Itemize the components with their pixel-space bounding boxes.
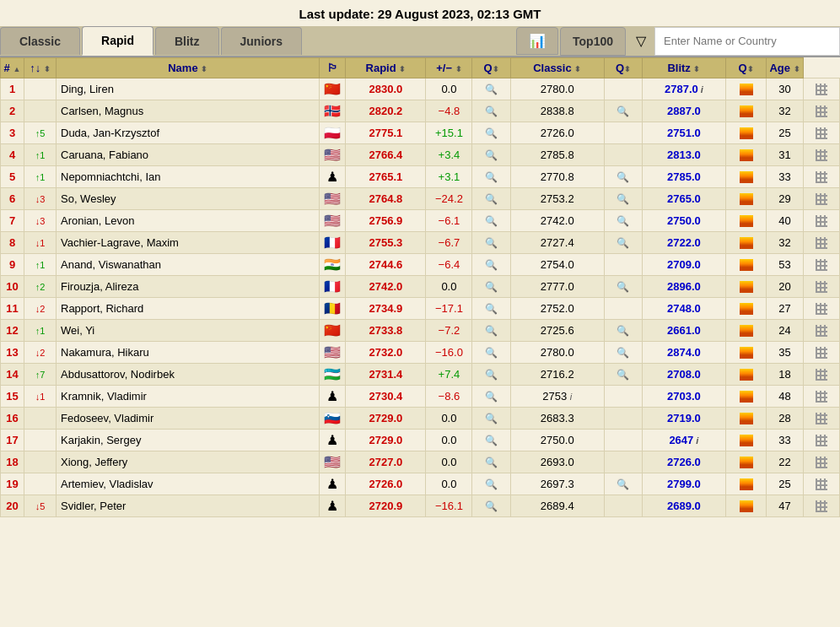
chart-tab-icon[interactable]: 📊 bbox=[516, 27, 558, 55]
cell-q1[interactable]: 🔍 bbox=[472, 408, 510, 430]
cell-q3[interactable] bbox=[725, 122, 767, 144]
update-text: Last update: 29 August 2023, 02:13 GMT bbox=[299, 7, 541, 21]
cell-q2[interactable] bbox=[604, 495, 642, 517]
cell-classic: 2777.0 bbox=[510, 276, 604, 298]
cell-plusminus: −8.6 bbox=[426, 386, 472, 408]
cell-q2[interactable] bbox=[604, 451, 642, 473]
cell-q1[interactable]: 🔍 bbox=[472, 430, 510, 451]
cell-q1[interactable]: 🔍 bbox=[472, 254, 510, 276]
cell-q3[interactable] bbox=[725, 166, 767, 188]
cell-q3[interactable] bbox=[725, 276, 767, 298]
cell-q1[interactable]: 🔍 bbox=[472, 342, 510, 364]
cell-q2[interactable] bbox=[604, 254, 642, 276]
cell-q3[interactable] bbox=[725, 430, 767, 451]
cell-name: Carlsen, Magnus bbox=[57, 100, 320, 122]
tab-juniors[interactable]: Juniors bbox=[221, 27, 303, 55]
cell-blitz: 2748.0 bbox=[643, 298, 726, 320]
cell-q2[interactable] bbox=[604, 386, 642, 408]
col-q3: Q⬍ bbox=[725, 58, 767, 78]
cell-q2[interactable] bbox=[604, 408, 642, 430]
cell-q3[interactable] bbox=[725, 144, 767, 166]
cell-q1[interactable]: 🔍 bbox=[472, 166, 510, 188]
cell-q2[interactable] bbox=[604, 430, 642, 451]
cell-age: 20 bbox=[767, 276, 803, 298]
cell-plusminus: +3.1 bbox=[426, 166, 472, 188]
col-plusminus: +/− ⬍ bbox=[426, 58, 472, 78]
tab-blitz[interactable]: Blitz bbox=[155, 27, 219, 55]
cell-q1[interactable]: 🔍 bbox=[472, 100, 510, 122]
cell-q1[interactable]: 🔍 bbox=[472, 451, 510, 473]
cell-q2[interactable]: 🔍 bbox=[604, 188, 642, 210]
filter-icon[interactable]: ▽ bbox=[627, 28, 654, 54]
cell-q2[interactable] bbox=[604, 144, 642, 166]
search-input[interactable] bbox=[654, 27, 840, 56]
cell-q3[interactable] bbox=[725, 210, 767, 232]
col-flag: 🏳 bbox=[320, 58, 346, 78]
cell-q3[interactable] bbox=[725, 495, 767, 517]
cell-q2[interactable]: 🔍 bbox=[604, 320, 642, 342]
cell-q1[interactable]: 🔍 bbox=[472, 495, 510, 517]
cell-q1[interactable]: 🔍 bbox=[472, 188, 510, 210]
cell-q2[interactable]: 🔍 bbox=[604, 232, 642, 254]
cell-q3[interactable] bbox=[725, 408, 767, 430]
cell-q1[interactable]: 🔍 bbox=[472, 473, 510, 495]
cell-name: Fedoseev, Vladimir bbox=[57, 408, 320, 430]
cell-q1[interactable]: 🔍 bbox=[472, 210, 510, 232]
cell-rapid: 2734.9 bbox=[346, 298, 426, 320]
cell-q2[interactable]: 🔍 bbox=[604, 473, 642, 495]
cell-q2[interactable]: 🔍 bbox=[604, 364, 642, 386]
cell-q2[interactable]: 🔍 bbox=[604, 166, 642, 188]
cell-q3[interactable] bbox=[725, 451, 767, 473]
cell-q2[interactable]: 🔍 bbox=[604, 276, 642, 298]
tab-rapid[interactable]: Rapid bbox=[82, 26, 153, 56]
cell-blitz: 2813.0 bbox=[643, 144, 726, 166]
cell-q1[interactable]: 🔍 bbox=[472, 298, 510, 320]
cell-plusminus: 0.0 bbox=[426, 276, 472, 298]
col-classic: Classic ⬍ bbox=[510, 58, 604, 78]
cell-q3[interactable] bbox=[725, 473, 767, 495]
cell-q1[interactable]: 🔍 bbox=[472, 122, 510, 144]
cell-grid bbox=[803, 122, 839, 144]
cell-grid bbox=[803, 298, 839, 320]
cell-grid bbox=[803, 188, 839, 210]
cell-q3[interactable] bbox=[725, 386, 767, 408]
cell-grid bbox=[803, 495, 839, 517]
cell-q1[interactable]: 🔍 bbox=[472, 386, 510, 408]
cell-q3[interactable] bbox=[725, 254, 767, 276]
cell-q3[interactable] bbox=[725, 320, 767, 342]
cell-q2[interactable] bbox=[604, 122, 642, 144]
cell-classic: 2697.3 bbox=[510, 473, 604, 495]
cell-rank: 10 bbox=[1, 276, 24, 298]
cell-q2[interactable]: 🔍 bbox=[604, 100, 642, 122]
cell-q3[interactable] bbox=[725, 78, 767, 100]
cell-plusminus: +15.1 bbox=[426, 122, 472, 144]
cell-q2[interactable]: 🔍 bbox=[604, 210, 642, 232]
cell-q2[interactable] bbox=[604, 298, 642, 320]
cell-q1[interactable]: 🔍 bbox=[472, 232, 510, 254]
cell-q3[interactable] bbox=[725, 232, 767, 254]
cell-q3[interactable] bbox=[725, 298, 767, 320]
cell-q3[interactable] bbox=[725, 188, 767, 210]
cell-q3[interactable] bbox=[725, 364, 767, 386]
cell-q1[interactable]: 🔍 bbox=[472, 320, 510, 342]
cell-plusminus: 0.0 bbox=[426, 451, 472, 473]
cell-change: ↑1 bbox=[24, 144, 57, 166]
cell-q2[interactable]: 🔍 bbox=[604, 342, 642, 364]
cell-rank: 19 bbox=[1, 473, 24, 495]
col-q2: Q⬍ bbox=[604, 58, 642, 78]
cell-q3[interactable] bbox=[725, 342, 767, 364]
col-rank: # ▲ bbox=[1, 58, 24, 78]
rankings-table: # ▲ ↑↓ ⬍ Name ⬍ 🏳 Rapid ⬍ +/− ⬍ Q⬍ Class… bbox=[0, 57, 840, 517]
cell-q1[interactable]: 🔍 bbox=[472, 364, 510, 386]
cell-change bbox=[24, 408, 57, 430]
tab-classic[interactable]: Classic bbox=[0, 27, 80, 55]
table-row: 16Fedoseev, Vladimir🇸🇮2729.00.0🔍2683.327… bbox=[1, 408, 840, 430]
cell-q1[interactable]: 🔍 bbox=[472, 276, 510, 298]
tab-top100[interactable]: Top100 bbox=[560, 27, 626, 56]
cell-q1[interactable]: 🔍 bbox=[472, 144, 510, 166]
cell-rapid: 2729.0 bbox=[346, 430, 426, 451]
cell-q2[interactable] bbox=[604, 78, 642, 100]
cell-q3[interactable] bbox=[725, 100, 767, 122]
table-row: 9↑1Anand, Viswanathan🇮🇳2744.6−6.4🔍2754.0… bbox=[1, 254, 840, 276]
cell-q1[interactable]: 🔍 bbox=[472, 78, 510, 100]
